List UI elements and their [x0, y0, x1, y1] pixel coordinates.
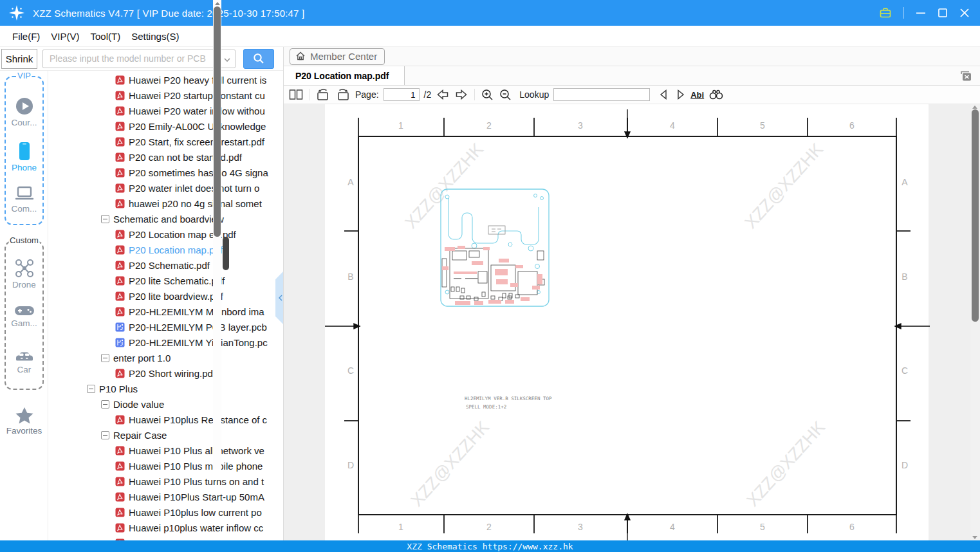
tree-file[interactable]: Huawei P20 startup constant cu	[48, 87, 278, 103]
phone-icon	[18, 142, 31, 161]
vip-briefcase-icon[interactable]	[879, 6, 892, 19]
collapse-minus-icon[interactable]	[101, 431, 109, 439]
tree-node[interactable]: Schematic and boardview	[48, 211, 278, 226]
svg-text:2: 2	[486, 120, 492, 131]
panel-scrollbar-thumb[interactable]	[223, 237, 229, 270]
tree-node[interactable]: enter port 1.0	[48, 350, 278, 365]
tree-file[interactable]: P20-HL2EMILYM YiDianTong.pc	[48, 335, 278, 350]
sidebar-item-drone[interactable]: Drone	[6, 259, 42, 290]
pdf-file-icon	[115, 446, 125, 455]
tree-file[interactable]: Huawei P10Plus Start-up 50mA	[48, 489, 278, 504]
tree-file[interactable]: Huawei P20 water inflow withou	[48, 103, 278, 118]
sidebar-item-car[interactable]: Car	[6, 350, 42, 374]
previous-page-button[interactable]	[436, 88, 450, 101]
member-center-button[interactable]: Member Center	[290, 48, 385, 65]
lookup-input[interactable]	[553, 88, 650, 101]
menu-file[interactable]: File(F)	[12, 30, 41, 43]
tree-file[interactable]: Huawei P10plus low current po	[48, 504, 278, 520]
tree-node[interactable]: Diode value	[48, 396, 278, 412]
menu-vip[interactable]: VIP(V)	[50, 30, 80, 43]
two-page-view-button[interactable]	[289, 88, 303, 101]
tree-file[interactable]: P20 sometimes has no 4G signa	[48, 165, 278, 180]
scrollbar-up-icon[interactable]	[972, 106, 977, 109]
scrollbar-down-icon[interactable]	[972, 536, 977, 539]
sidebar-item-label: Favorites	[6, 426, 42, 436]
find-next-button[interactable]	[674, 89, 686, 100]
chevron-down-icon[interactable]	[223, 55, 231, 66]
tree-file[interactable]: P20 Schematic.pdf	[48, 257, 278, 273]
find-previous-button[interactable]	[658, 89, 670, 100]
tree-file[interactable]: Huawei P10 Plus mobile phone	[48, 458, 278, 474]
tree-file[interactable]: P20 Short wiring.pdf	[48, 365, 278, 381]
model-search-input[interactable]	[42, 50, 236, 68]
tree-file[interactable]: P20 Location map en.pdf	[48, 226, 278, 242]
canvas-scrollbar-thumb[interactable]	[972, 109, 979, 322]
tree-node[interactable]: P10 Plus	[48, 381, 278, 396]
svg-text:6: 6	[849, 522, 855, 532]
tree-file[interactable]: Huawei P10 Plus all-network ve	[48, 443, 278, 458]
tree-file[interactable]: P20 Start, fix screen, restart.pdf	[48, 134, 278, 149]
sidebar-item-courses[interactable]: Cour...	[6, 97, 42, 127]
svg-text:HL2EMILYM VER.B SILKSCREEN TOP: HL2EMILYM VER.B SILKSCREEN TOP	[465, 396, 552, 401]
tree-item-label: P20 lite boardview.pdf	[129, 291, 223, 302]
tree-file[interactable]: P20 Location map.pdf	[48, 242, 278, 257]
rotate-right-button[interactable]	[335, 87, 351, 102]
tree-node[interactable]: Repair Case	[48, 427, 278, 443]
menu-tool[interactable]: Tool(T)	[90, 30, 122, 43]
tree-file[interactable]: huawei p20 no 4g signal somet	[48, 196, 278, 211]
tree-scrollbar-up-icon[interactable]	[215, 2, 220, 5]
pdf-file-icon	[115, 75, 125, 85]
page-number-input[interactable]	[384, 88, 420, 101]
rotate-left-icon	[315, 87, 331, 102]
tree-file[interactable]: P20-HL2EMILYM PCB layer.pcb	[48, 319, 278, 335]
tree-file[interactable]: P20 Emily-AL00C Unknowledge	[48, 118, 278, 134]
search-button[interactable]	[243, 49, 274, 69]
chevron-left-icon	[278, 295, 283, 301]
tree-file[interactable]: Huawei p10plus water inflow cc	[48, 520, 278, 535]
arrow-left-icon	[436, 88, 450, 101]
sidebar-item-phone[interactable]: Phone	[6, 142, 42, 172]
tree-file[interactable]: Huawei P10 Plus turns on and t	[48, 474, 278, 489]
next-page-button[interactable]	[454, 88, 468, 101]
shrink-button[interactable]: Shrink	[1, 49, 37, 69]
search-icon	[252, 52, 265, 65]
collapse-minus-icon[interactable]	[101, 400, 109, 409]
statusbar: XZZ Schematics https://www.xzz.hk	[0, 540, 980, 552]
maximize-button[interactable]	[938, 8, 948, 18]
svg-text:D: D	[347, 460, 354, 470]
rotate-left-button[interactable]	[315, 87, 331, 102]
collapse-minus-icon[interactable]	[101, 215, 109, 223]
svg-text:5: 5	[760, 522, 765, 532]
tree-file[interactable]: Huawei P20 heavy fall current is	[48, 72, 278, 87]
svg-text:D: D	[901, 460, 908, 470]
tree-file[interactable]: P20 lite boardview.pdf	[48, 288, 278, 304]
tree-file[interactable]	[48, 535, 278, 540]
collapse-minus-icon[interactable]	[101, 354, 109, 362]
close-button[interactable]	[959, 8, 970, 18]
find-all-button[interactable]	[708, 89, 724, 100]
tree-file[interactable]: P20 can not be started.pdf	[48, 149, 278, 165]
tree-file[interactable]: P20-HL2EMILYM Mainbord ima	[48, 304, 278, 319]
abi-case-toggle[interactable]: Abi	[690, 90, 704, 100]
tree-scrollbar-thumb[interactable]	[214, 6, 221, 237]
tab-p20-location-map[interactable]: P20 Location map.pdf	[284, 66, 405, 85]
tree-item-label: Huawei P20 startup constant cu	[129, 90, 265, 101]
file-tree: Huawei P20 heavy fall current isHuawei P…	[48, 72, 278, 540]
tree-file[interactable]: P20 water inlet does not turn o	[48, 180, 278, 196]
sidebar-item-favorites[interactable]: Favorites	[0, 407, 48, 436]
minimize-button[interactable]	[916, 8, 926, 18]
sidebar-item-game[interactable]: Gam...	[6, 305, 42, 328]
canvas-scrollbar-track[interactable]	[970, 104, 980, 540]
zoom-in-button[interactable]	[481, 88, 494, 102]
zoom-out-button[interactable]	[499, 88, 512, 102]
pdf-file-icon	[115, 508, 125, 517]
close-all-tabs-icon[interactable]	[959, 70, 972, 82]
sidebar-item-computer[interactable]: Com...	[6, 185, 42, 214]
pdf-canvas[interactable]: XZZ@XZZHK XZZ@XZZHK XZZ@XZZHK XZZ@XZZHK	[284, 104, 980, 540]
sidebar: VIP Cour... Phone Com	[0, 71, 48, 540]
tree-file[interactable]: Huawei P10plus Resistance of c	[48, 412, 278, 427]
menu-settings[interactable]: Settings(S)	[131, 30, 180, 43]
pcb-file-icon	[115, 338, 125, 347]
tree-file[interactable]: P20 lite Schematic.pdf	[48, 273, 278, 288]
collapse-minus-icon[interactable]	[87, 385, 95, 393]
